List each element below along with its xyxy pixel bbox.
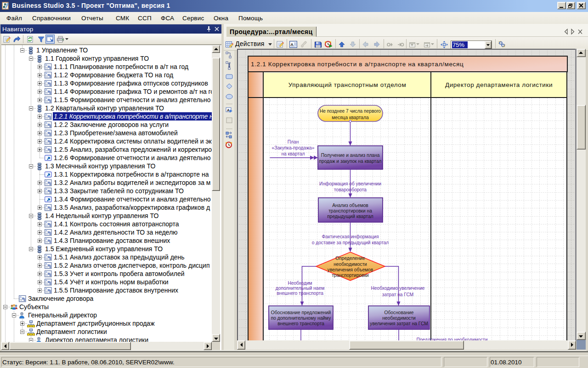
svg-text:«Закупка-продажа»: «Закупка-продажа» [272, 145, 315, 150]
svg-text:Предложения по необходимости: Предложения по необходимости [417, 337, 488, 340]
svg-text:Обоснование: Обоснование [384, 310, 414, 315]
svg-text:месяца квартала: месяца квартала [332, 115, 369, 120]
svg-text:необходимости: необходимости [334, 262, 367, 267]
svg-text:Анализ объемов: Анализ объемов [332, 203, 368, 208]
svg-text:Необходимо увеличение: Необходимо увеличение [371, 286, 424, 291]
svg-text:внешнего транспорта: внешнего транспорта [277, 321, 324, 326]
svg-text:дополнительный наем: дополнительный наем [276, 286, 324, 291]
svg-text:Директор департамента логистик: Директор департамента логистики [445, 81, 553, 88]
svg-text:продаж и закупок на квартал: продаж и закупок на квартал [319, 159, 381, 164]
svg-text:внешнего транспорта: внешнего транспорта [277, 291, 323, 296]
svg-text:транспортировки: транспортировки [332, 273, 369, 278]
svg-text:затрат на ГСМ: затрат на ГСМ [382, 292, 413, 297]
svg-text:Управляющий транспортным отдел: Управляющий транспортным отделом [288, 81, 407, 88]
svg-text:по дополнительному найму: по дополнительному найму [271, 316, 331, 321]
svg-text:План: План [288, 139, 299, 144]
svg-text:необходимости: необходимости [382, 316, 416, 321]
svg-text:A: A [227, 108, 230, 112]
svg-text:Необходим: Необходим [288, 281, 312, 286]
svg-text:на квартал: на квартал [281, 151, 305, 156]
svg-text:увеличения затрат на ГСМ: увеличения затрат на ГСМ [370, 321, 428, 326]
svg-text:Обоснование предложений: Обоснование предложений [271, 310, 331, 315]
svg-text:предыдущий квартал: предыдущий квартал [327, 214, 373, 219]
svg-text:увеличения объемов: увеличения объемов [328, 267, 373, 272]
svg-text:Не позднее 7 числа первого: Не позднее 7 числа первого [320, 109, 381, 114]
svg-text:Определение: Определение [335, 256, 365, 261]
svg-text:1.2.1 Корректировка потребност: 1.2.1 Корректировка потребности в а/тран… [251, 61, 464, 68]
svg-text:Получение и анализ плана: Получение и анализ плана [321, 153, 380, 158]
svg-text:транспортировки на: транспортировки на [328, 208, 372, 213]
